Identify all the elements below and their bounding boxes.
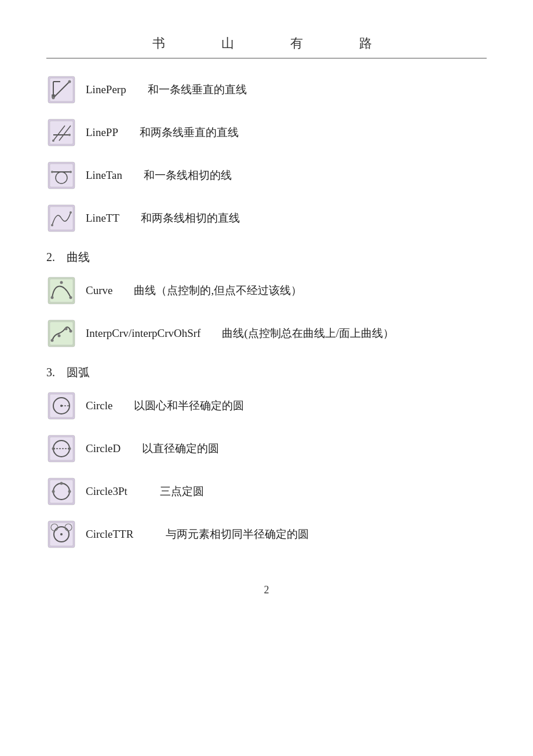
- svg-point-32: [51, 339, 54, 342]
- svg-point-35: [70, 330, 72, 333]
- linetan-icon: [46, 160, 76, 190]
- curve-items-group: Curve 曲线（点控制的,但点不经过该线） InterpCrv/interpC…: [46, 276, 487, 348]
- interp-icon: [46, 318, 76, 348]
- circle3pt-label: Circle3Pt 三点定圆: [86, 484, 204, 499]
- circle-icon: [46, 391, 76, 421]
- circle-label: Circle 以圆心和半径确定的圆: [86, 398, 244, 413]
- section-circles-header: 3. 圆弧: [46, 365, 487, 380]
- lineperp-icon: [46, 75, 76, 105]
- list-item: LinePerp 和一条线垂直的直线: [46, 75, 487, 105]
- circle3pt-icon: [46, 476, 76, 507]
- circled-icon: [46, 434, 76, 464]
- svg-point-52: [60, 482, 63, 485]
- circlettr-icon: [46, 519, 76, 549]
- page-title: 书 山 有 路: [46, 35, 487, 52]
- svg-point-58: [60, 533, 63, 535]
- interp-label: InterpCrv/interpCrvOhSrf 曲线(点控制总在曲线上/面上曲…: [86, 326, 394, 341]
- svg-point-24: [70, 211, 72, 214]
- linett-label: LineTT 和两条线相切的直线: [86, 211, 240, 226]
- linepp-label: LinePP 和两条线垂直的直线: [86, 125, 239, 140]
- list-item: CircleD 以直径确定的圆: [46, 434, 487, 464]
- svg-point-33: [58, 335, 61, 337]
- svg-rect-31: [50, 322, 73, 345]
- list-item: LineTan 和一条线相切的线: [46, 160, 487, 190]
- list-item: Circle 以圆心和半径确定的圆: [46, 391, 487, 421]
- svg-point-50: [52, 490, 55, 493]
- linepp-icon: [46, 118, 76, 148]
- svg-point-29: [70, 296, 72, 299]
- svg-point-14: [68, 134, 71, 136]
- circled-label: CircleD 以直径确定的圆: [86, 441, 219, 456]
- page-number: 2: [46, 584, 487, 596]
- svg-point-13: [52, 140, 54, 142]
- title-divider: [46, 58, 487, 58]
- line-items-group: LinePerp 和一条线垂直的直线 LinePP 和两条线垂直的直线: [46, 75, 487, 233]
- svg-point-20: [70, 171, 72, 173]
- svg-point-23: [51, 224, 53, 226]
- svg-point-19: [51, 171, 53, 173]
- list-item: Curve 曲线（点控制的,但点不经过该线）: [46, 276, 487, 306]
- svg-point-28: [60, 281, 63, 284]
- section-curves-header: 2. 曲线: [46, 249, 487, 265]
- list-item: InterpCrv/interpCrvOhSrf 曲线(点控制总在曲线上/面上曲…: [46, 318, 487, 348]
- circle-items-group: Circle 以圆心和半径确定的圆 CircleD 以直径确定的圆: [46, 391, 487, 549]
- linetan-label: LineTan 和一条线相切的线: [86, 168, 232, 183]
- linett-icon: [46, 203, 76, 233]
- lineperp-label: LinePerp 和一条线垂直的直线: [86, 82, 247, 97]
- curve-icon: [46, 276, 76, 306]
- list-item: CircleTTR 与两元素相切同半径确定的圆: [46, 519, 487, 549]
- circlettr-label: CircleTTR 与两元素相切同半径确定的圆: [86, 527, 309, 542]
- list-item: LineTT 和两条线相切的直线: [46, 203, 487, 233]
- list-item: Circle3Pt 三点定圆: [46, 476, 487, 507]
- list-item: LinePP 和两条线垂直的直线: [46, 118, 487, 148]
- svg-point-51: [68, 490, 71, 493]
- svg-point-7: [52, 97, 55, 100]
- curve-label: Curve 曲线（点控制的,但点不经过该线）: [86, 283, 302, 298]
- svg-point-6: [68, 80, 71, 83]
- svg-point-34: [65, 328, 68, 331]
- svg-point-27: [51, 296, 54, 299]
